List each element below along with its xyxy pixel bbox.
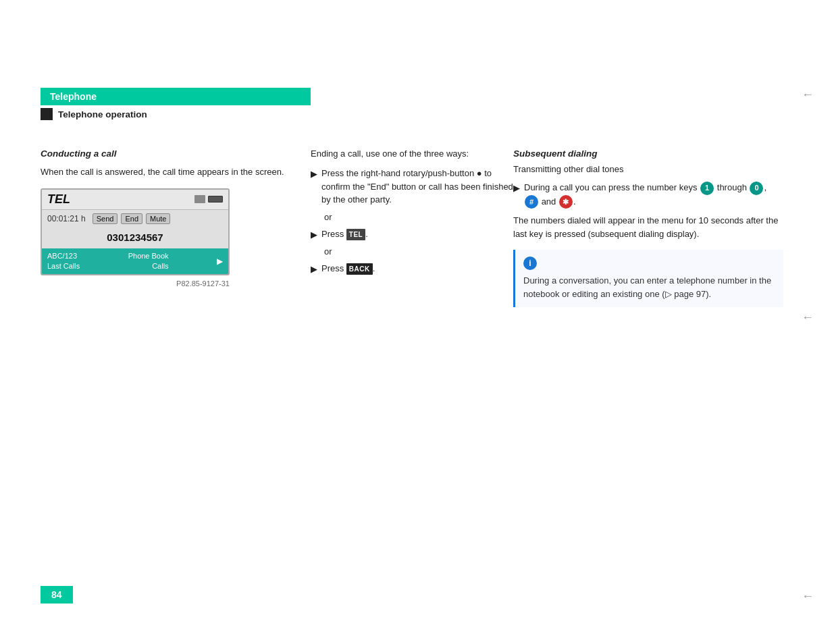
- phone-signal-icon: [194, 195, 205, 203]
- subsequent-bullet-text: During a call you can press the number k…: [524, 181, 783, 209]
- bullet-arrow-3: ▶: [311, 263, 317, 276]
- subtitle-icon: [41, 108, 53, 120]
- back-badge: BACK: [346, 263, 373, 275]
- bullet-arrow-2: ▶: [311, 228, 317, 242]
- key-star-circle: ✱: [559, 195, 573, 209]
- phone-arrow-icon: ▶: [217, 257, 223, 266]
- phone-bottom-left: ABC/123 Last Calls: [47, 251, 80, 272]
- during-call-text: During a call you can press the number k…: [524, 182, 698, 192]
- phone-calls: Calls: [128, 261, 169, 271]
- subsequent-title: Subsequent dialing: [513, 149, 783, 159]
- phone-tel-label: TEL: [47, 192, 70, 207]
- note-text: During a conversation, you can enter a t…: [523, 274, 775, 300]
- phone-end-btn: End: [121, 213, 142, 224]
- key-hash-circle: #: [525, 195, 538, 209]
- phone-phonebook: Phone Book: [128, 251, 169, 261]
- phone-bottom-bar: ABC/123 Last Calls Phone Book Calls ▶: [42, 248, 228, 275]
- phone-number: 0301234567: [42, 227, 228, 248]
- phone-top-bar: TEL: [42, 190, 228, 210]
- bullet-text-2: Press TEL.: [321, 227, 513, 241]
- phone-caption: P82.85-9127-31: [41, 279, 230, 288]
- or-text-1: or: [324, 212, 513, 222]
- conducting-title: Conducting a call: [41, 149, 311, 159]
- transmitting-text: Transmitting other dial tones: [513, 164, 783, 174]
- phone-time: 00:01:21 h: [47, 214, 86, 223]
- tel-badge: TEL: [346, 229, 365, 240]
- press-back-prefix: Press: [321, 263, 346, 273]
- right-column: Subsequent dialing Transmitting other di…: [513, 149, 783, 307]
- press-tel-prefix: Press: [321, 229, 346, 239]
- phone-abc: ABC/123: [47, 251, 80, 261]
- or-text-2: or: [324, 246, 513, 257]
- key-0-circle: 0: [750, 182, 763, 195]
- subsequent-bullet: ▶ During a call you can press the number…: [513, 181, 783, 209]
- bullet-item-2: ▶ Press TEL.: [311, 227, 513, 242]
- phone-icons: [194, 195, 223, 203]
- through-text: through: [717, 182, 747, 192]
- bullet-item-1: ▶ Press the right-hand rotary/push-butto…: [311, 167, 513, 207]
- subtitle-bar: Telephone operation: [41, 105, 311, 123]
- note-icon: i: [523, 257, 537, 270]
- subsequent-bullet-arrow: ▶: [513, 182, 520, 195]
- bullet-text-3: Press BACK.: [321, 262, 513, 275]
- key-1-circle: 1: [700, 182, 714, 195]
- corner-arrow-bot: ←: [802, 589, 814, 603]
- ending-title: Ending a call, use one of the three ways…: [311, 149, 513, 159]
- corner-arrow-mid: ←: [802, 311, 814, 325]
- corner-arrow-top: ←: [802, 88, 814, 102]
- phone-bottom-right: Phone Book Calls: [128, 251, 169, 272]
- bullet-arrow-1: ▶: [311, 167, 317, 181]
- bullet-item-3: ▶ Press BACK.: [311, 262, 513, 276]
- phone-middle-row: 00:01:21 h Send End Mute: [42, 210, 228, 227]
- phone-send-btn: Send: [93, 213, 118, 224]
- dialing-paragraph: The numbers dialed will appear in the me…: [513, 214, 783, 240]
- note-box: i During a conversation, you can enter a…: [513, 250, 783, 307]
- and-text: and: [542, 196, 556, 207]
- phone-mute-btn: Mute: [146, 213, 170, 224]
- bullet-text-1: Press the right-hand rotary/push-button …: [321, 167, 513, 207]
- phone-battery-icon: [208, 196, 223, 203]
- middle-column: Ending a call, use one of the three ways…: [311, 149, 513, 281]
- left-column: Conducting a call When the call is answe…: [41, 149, 311, 288]
- header-bar: Telephone Telephone operation: [41, 88, 311, 123]
- subtitle-text: Telephone operation: [58, 109, 147, 119]
- phone-screen: TEL 00:01:21 h Send End Mute 0301234567 …: [41, 188, 230, 276]
- conducting-text: When the call is answered, the call time…: [41, 165, 311, 179]
- telephone-header: Telephone: [41, 88, 311, 105]
- page-number: 84: [41, 586, 73, 603]
- phone-lastcalls: Last Calls: [47, 261, 80, 271]
